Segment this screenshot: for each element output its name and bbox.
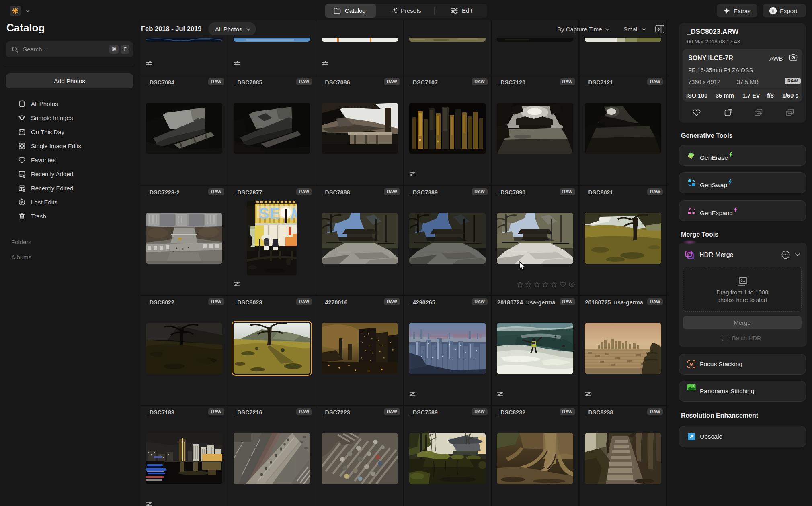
svg-text:SE: SE — [259, 205, 280, 222]
